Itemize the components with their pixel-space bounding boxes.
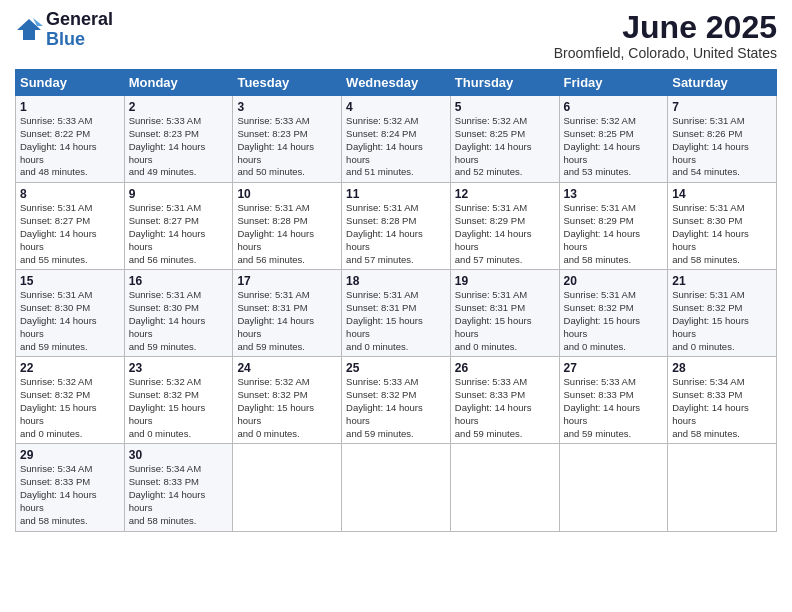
day-info: Sunrise: 5:33 AMSunset: 8:23 PMDaylight:… <box>237 115 337 179</box>
day-info: Sunrise: 5:32 AMSunset: 8:32 PMDaylight:… <box>129 376 229 440</box>
col-sunday: Sunday <box>16 70 125 96</box>
calendar-cell: 18Sunrise: 5:31 AMSunset: 8:31 PMDayligh… <box>342 270 451 357</box>
day-info: Sunrise: 5:34 AMSunset: 8:33 PMDaylight:… <box>20 463 120 527</box>
calendar-cell: 3Sunrise: 5:33 AMSunset: 8:23 PMDaylight… <box>233 96 342 183</box>
day-info: Sunrise: 5:33 AMSunset: 8:33 PMDaylight:… <box>455 376 555 440</box>
day-number: 14 <box>672 187 772 201</box>
header: General Blue June 2025 Broomfield, Color… <box>15 10 777 61</box>
day-number: 23 <box>129 361 229 375</box>
day-info: Sunrise: 5:31 AMSunset: 8:31 PMDaylight:… <box>237 289 337 353</box>
day-number: 20 <box>564 274 664 288</box>
day-number: 22 <box>20 361 120 375</box>
day-info: Sunrise: 5:31 AMSunset: 8:28 PMDaylight:… <box>346 202 446 266</box>
day-info: Sunrise: 5:31 AMSunset: 8:31 PMDaylight:… <box>346 289 446 353</box>
day-info: Sunrise: 5:31 AMSunset: 8:28 PMDaylight:… <box>237 202 337 266</box>
calendar-cell <box>342 444 451 531</box>
day-number: 10 <box>237 187 337 201</box>
day-number: 18 <box>346 274 446 288</box>
logo-general: General <box>46 10 113 30</box>
calendar-cell: 17Sunrise: 5:31 AMSunset: 8:31 PMDayligh… <box>233 270 342 357</box>
calendar-cell: 6Sunrise: 5:32 AMSunset: 8:25 PMDaylight… <box>559 96 668 183</box>
day-number: 8 <box>20 187 120 201</box>
calendar-cell: 7Sunrise: 5:31 AMSunset: 8:26 PMDaylight… <box>668 96 777 183</box>
day-info: Sunrise: 5:31 AMSunset: 8:29 PMDaylight:… <box>455 202 555 266</box>
calendar-cell: 10Sunrise: 5:31 AMSunset: 8:28 PMDayligh… <box>233 183 342 270</box>
calendar-week-3: 15Sunrise: 5:31 AMSunset: 8:30 PMDayligh… <box>16 270 777 357</box>
day-number: 19 <box>455 274 555 288</box>
calendar-cell <box>559 444 668 531</box>
calendar-cell <box>668 444 777 531</box>
day-info: Sunrise: 5:33 AMSunset: 8:22 PMDaylight:… <box>20 115 120 179</box>
day-number: 24 <box>237 361 337 375</box>
calendar-cell: 4Sunrise: 5:32 AMSunset: 8:24 PMDaylight… <box>342 96 451 183</box>
day-number: 17 <box>237 274 337 288</box>
col-thursday: Thursday <box>450 70 559 96</box>
day-info: Sunrise: 5:31 AMSunset: 8:32 PMDaylight:… <box>672 289 772 353</box>
day-info: Sunrise: 5:31 AMSunset: 8:29 PMDaylight:… <box>564 202 664 266</box>
day-info: Sunrise: 5:33 AMSunset: 8:23 PMDaylight:… <box>129 115 229 179</box>
day-info: Sunrise: 5:32 AMSunset: 8:24 PMDaylight:… <box>346 115 446 179</box>
calendar-cell: 29Sunrise: 5:34 AMSunset: 8:33 PMDayligh… <box>16 444 125 531</box>
calendar-week-2: 8Sunrise: 5:31 AMSunset: 8:27 PMDaylight… <box>16 183 777 270</box>
page: General Blue June 2025 Broomfield, Color… <box>0 0 792 612</box>
day-number: 26 <box>455 361 555 375</box>
col-wednesday: Wednesday <box>342 70 451 96</box>
calendar-cell: 12Sunrise: 5:31 AMSunset: 8:29 PMDayligh… <box>450 183 559 270</box>
logo-text: General Blue <box>46 10 113 50</box>
day-info: Sunrise: 5:34 AMSunset: 8:33 PMDaylight:… <box>672 376 772 440</box>
calendar-cell: 8Sunrise: 5:31 AMSunset: 8:27 PMDaylight… <box>16 183 125 270</box>
logo-blue: Blue <box>46 30 113 50</box>
calendar-cell: 28Sunrise: 5:34 AMSunset: 8:33 PMDayligh… <box>668 357 777 444</box>
day-number: 12 <box>455 187 555 201</box>
calendar-cell: 20Sunrise: 5:31 AMSunset: 8:32 PMDayligh… <box>559 270 668 357</box>
logo-icon <box>15 16 43 44</box>
col-saturday: Saturday <box>668 70 777 96</box>
calendar-cell: 2Sunrise: 5:33 AMSunset: 8:23 PMDaylight… <box>124 96 233 183</box>
day-number: 11 <box>346 187 446 201</box>
day-info: Sunrise: 5:33 AMSunset: 8:32 PMDaylight:… <box>346 376 446 440</box>
calendar-cell: 25Sunrise: 5:33 AMSunset: 8:32 PMDayligh… <box>342 357 451 444</box>
logo: General Blue <box>15 10 113 50</box>
calendar-cell: 11Sunrise: 5:31 AMSunset: 8:28 PMDayligh… <box>342 183 451 270</box>
calendar-cell: 9Sunrise: 5:31 AMSunset: 8:27 PMDaylight… <box>124 183 233 270</box>
day-number: 3 <box>237 100 337 114</box>
calendar-week-4: 22Sunrise: 5:32 AMSunset: 8:32 PMDayligh… <box>16 357 777 444</box>
calendar-cell: 22Sunrise: 5:32 AMSunset: 8:32 PMDayligh… <box>16 357 125 444</box>
day-number: 13 <box>564 187 664 201</box>
calendar-cell: 30Sunrise: 5:34 AMSunset: 8:33 PMDayligh… <box>124 444 233 531</box>
calendar-cell: 24Sunrise: 5:32 AMSunset: 8:32 PMDayligh… <box>233 357 342 444</box>
calendar-cell: 21Sunrise: 5:31 AMSunset: 8:32 PMDayligh… <box>668 270 777 357</box>
day-info: Sunrise: 5:31 AMSunset: 8:27 PMDaylight:… <box>20 202 120 266</box>
day-number: 30 <box>129 448 229 462</box>
day-info: Sunrise: 5:31 AMSunset: 8:30 PMDaylight:… <box>672 202 772 266</box>
title-block: June 2025 Broomfield, Colorado, United S… <box>554 10 777 61</box>
day-info: Sunrise: 5:34 AMSunset: 8:33 PMDaylight:… <box>129 463 229 527</box>
day-number: 27 <box>564 361 664 375</box>
day-info: Sunrise: 5:31 AMSunset: 8:32 PMDaylight:… <box>564 289 664 353</box>
day-info: Sunrise: 5:31 AMSunset: 8:31 PMDaylight:… <box>455 289 555 353</box>
day-info: Sunrise: 5:31 AMSunset: 8:27 PMDaylight:… <box>129 202 229 266</box>
calendar: Sunday Monday Tuesday Wednesday Thursday… <box>15 69 777 531</box>
calendar-cell: 1Sunrise: 5:33 AMSunset: 8:22 PMDaylight… <box>16 96 125 183</box>
calendar-cell: 14Sunrise: 5:31 AMSunset: 8:30 PMDayligh… <box>668 183 777 270</box>
calendar-cell: 13Sunrise: 5:31 AMSunset: 8:29 PMDayligh… <box>559 183 668 270</box>
col-tuesday: Tuesday <box>233 70 342 96</box>
day-info: Sunrise: 5:32 AMSunset: 8:25 PMDaylight:… <box>564 115 664 179</box>
calendar-cell <box>233 444 342 531</box>
day-info: Sunrise: 5:33 AMSunset: 8:33 PMDaylight:… <box>564 376 664 440</box>
day-number: 28 <box>672 361 772 375</box>
calendar-body: 1Sunrise: 5:33 AMSunset: 8:22 PMDaylight… <box>16 96 777 531</box>
day-number: 29 <box>20 448 120 462</box>
col-friday: Friday <box>559 70 668 96</box>
day-number: 9 <box>129 187 229 201</box>
calendar-cell <box>450 444 559 531</box>
day-number: 4 <box>346 100 446 114</box>
calendar-week-5: 29Sunrise: 5:34 AMSunset: 8:33 PMDayligh… <box>16 444 777 531</box>
day-number: 6 <box>564 100 664 114</box>
calendar-cell: 27Sunrise: 5:33 AMSunset: 8:33 PMDayligh… <box>559 357 668 444</box>
day-number: 21 <box>672 274 772 288</box>
day-info: Sunrise: 5:32 AMSunset: 8:25 PMDaylight:… <box>455 115 555 179</box>
calendar-cell: 5Sunrise: 5:32 AMSunset: 8:25 PMDaylight… <box>450 96 559 183</box>
calendar-cell: 16Sunrise: 5:31 AMSunset: 8:30 PMDayligh… <box>124 270 233 357</box>
day-info: Sunrise: 5:31 AMSunset: 8:26 PMDaylight:… <box>672 115 772 179</box>
